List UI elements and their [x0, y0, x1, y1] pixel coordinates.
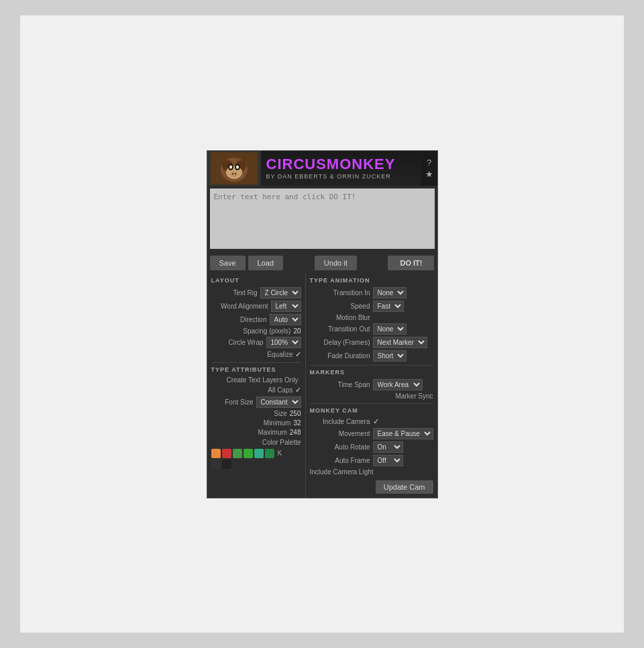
- create-layers-row: Create Text Layers Only: [211, 376, 301, 384]
- transition-out-row: Transition Out None: [310, 323, 433, 335]
- fade-duration-select[interactable]: Short: [373, 350, 407, 362]
- speed-select[interactable]: Fast: [373, 301, 404, 312]
- app-subtitle: BY DAN EBBERTS & ORRIN ZUCKER: [266, 173, 421, 180]
- word-alignment-select[interactable]: Left: [271, 301, 301, 312]
- fade-duration-row: Fade Duration Short: [310, 350, 433, 362]
- direction-select[interactable]: Auto: [270, 314, 301, 325]
- text-rig-row: Text Rig Z Circle: [211, 287, 301, 299]
- text-rig-label: Text Rig: [233, 289, 257, 296]
- equalize-row: Equalize ✓: [211, 350, 301, 359]
- transition-in-label: Transition In: [310, 289, 370, 296]
- circle-wrap-row: Circle Wrap 100%: [211, 337, 301, 348]
- direction-label: Direction: [240, 316, 266, 323]
- save-button[interactable]: Save: [210, 256, 246, 270]
- auto-rotate-label: Auto Rotate: [310, 443, 370, 451]
- size-row: Size 250: [211, 410, 301, 417]
- transition-out-select[interactable]: None: [373, 323, 407, 335]
- load-button[interactable]: Load: [248, 256, 283, 270]
- update-cam-row: Update Cam: [310, 478, 433, 494]
- minimum-value: 32: [293, 419, 301, 427]
- circle-wrap-select[interactable]: 100%: [266, 337, 301, 348]
- action-buttons: Save Load Undo it DO IT!: [207, 253, 437, 273]
- black-swatch-1[interactable]: [211, 460, 221, 469]
- outer-container: CIRCUSMONKEY BY DAN EBBERTS & ORRIN ZUCK…: [20, 15, 624, 633]
- include-camera-light-label: Include Camera Light: [310, 468, 374, 476]
- svg-point-10: [232, 172, 233, 174]
- color-swatch-2[interactable]: [222, 449, 231, 458]
- color-swatch-6[interactable]: [265, 449, 274, 458]
- svg-point-7: [229, 165, 232, 168]
- update-cam-button[interactable]: Update Cam: [376, 480, 433, 494]
- left-column: LAYOUT Text Rig Z Circle Word Alignment …: [207, 273, 306, 498]
- markers-section-title: MARKERS: [310, 369, 433, 376]
- minimum-label: Minimum: [264, 419, 291, 427]
- do-it-button[interactable]: DO IT!: [388, 256, 434, 270]
- help-icon[interactable]: ?: [427, 158, 431, 168]
- main-panel: CIRCUSMONKEY BY DAN EBBERTS & ORRIN ZUCK…: [207, 150, 438, 498]
- k-label: K: [278, 449, 282, 457]
- auto-frame-row: Auto Frame Off: [310, 455, 433, 466]
- delay-select[interactable]: Next Marker: [373, 337, 427, 348]
- movement-select[interactable]: Ease & Pause: [373, 428, 433, 439]
- font-size-label: Font Size: [225, 398, 253, 406]
- right-column: TYPE ANIMATION Transition In None Speed …: [306, 273, 437, 498]
- time-span-select[interactable]: Work Area: [373, 379, 423, 390]
- time-span-row: Time Span Work Area: [310, 379, 433, 390]
- include-camera-check[interactable]: ✓: [373, 417, 379, 426]
- black-swatch-2[interactable]: [222, 460, 231, 469]
- layout-section-title: LAYOUT: [211, 277, 301, 284]
- transition-in-select[interactable]: None: [373, 287, 407, 299]
- fade-duration-label: Fade Duration: [310, 352, 370, 360]
- all-caps-check[interactable]: ✓: [295, 386, 301, 394]
- app-title: CIRCUSMONKEY: [266, 156, 421, 172]
- monkey-cam-section-title: MONKEY CAM: [310, 407, 433, 414]
- delay-row: Delay (Frames) Next Marker: [310, 337, 433, 348]
- color-swatch-3[interactable]: [233, 449, 242, 458]
- text-input-section: [207, 186, 437, 253]
- star-icon[interactable]: ★: [425, 169, 433, 179]
- direction-row: Direction Auto: [211, 314, 301, 325]
- minimum-row: Minimum 32: [211, 419, 301, 427]
- word-alignment-row: Word Alignment Left: [211, 301, 301, 312]
- svg-point-11: [235, 172, 236, 174]
- size-label: Size: [274, 410, 286, 417]
- equalize-check[interactable]: ✓: [295, 350, 301, 359]
- include-camera-label: Include Camera: [310, 418, 370, 425]
- transition-out-label: Transition Out: [310, 325, 370, 333]
- marker-sync-label: Marker Sync: [310, 392, 433, 400]
- auto-frame-select[interactable]: Off: [373, 455, 403, 466]
- color-swatch-5[interactable]: [254, 449, 264, 458]
- svg-point-8: [236, 165, 239, 168]
- motion-blur-row: Motion Blur: [310, 314, 433, 321]
- monkey-logo: [207, 151, 261, 186]
- auto-frame-label: Auto Frame: [310, 457, 370, 464]
- color-palette-label: Color Palette: [211, 439, 301, 446]
- header: CIRCUSMONKEY BY DAN EBBERTS & ORRIN ZUCK…: [207, 151, 437, 186]
- font-size-select[interactable]: Constant: [256, 396, 301, 408]
- maximum-value: 248: [290, 429, 301, 436]
- type-anim-section-title: TYPE ANIMATION: [310, 277, 433, 284]
- all-caps-row: All Caps ✓: [211, 386, 301, 394]
- word-alignment-label: Word Alignment: [221, 303, 268, 310]
- font-size-row: Font Size Constant: [211, 396, 301, 408]
- color-swatch-1[interactable]: [211, 449, 221, 458]
- auto-rotate-select[interactable]: On: [373, 441, 403, 453]
- svg-point-9: [230, 172, 238, 177]
- create-layers-label: Create Text Layers Only: [226, 376, 298, 384]
- motion-blur-label: Motion Blur: [310, 314, 370, 321]
- text-input[interactable]: [210, 188, 435, 249]
- time-span-label: Time Span: [310, 381, 370, 388]
- black-swatches: [211, 460, 301, 469]
- app-title-block: CIRCUSMONKEY BY DAN EBBERTS & ORRIN ZUCK…: [261, 151, 421, 186]
- all-caps-label: All Caps: [268, 386, 292, 394]
- spacing-label: Spacing (pixels): [243, 327, 290, 335]
- speed-row: Speed Fast: [310, 301, 433, 312]
- spacing-value: 20: [293, 327, 301, 335]
- undo-button[interactable]: Undo it: [315, 256, 357, 270]
- type-attrs-section-title: TYPE ATTRIBUTES: [211, 366, 301, 373]
- color-swatch-4[interactable]: [244, 449, 253, 458]
- delay-label: Delay (Frames): [310, 339, 370, 346]
- size-value: 250: [290, 410, 301, 417]
- text-rig-select[interactable]: Z Circle: [260, 287, 301, 299]
- auto-rotate-row: Auto Rotate On: [310, 441, 433, 453]
